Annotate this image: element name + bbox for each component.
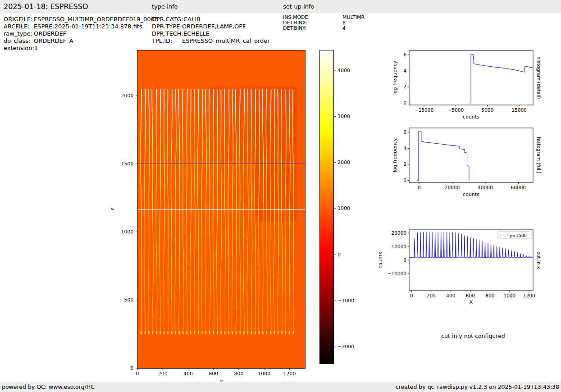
svg-text:0: 0 [410,293,413,298]
svg-text:1000: 1000 [503,293,515,298]
colorbar-gradient [319,50,334,364]
histogram-detail-plot: −15000−50005000150000246countslog freque… [374,45,547,126]
field-value: ESPRE.2025-01-19T11:23:34.878.fits [34,23,142,30]
svg-text:counts: counts [463,191,479,197]
field-value: 1 [34,45,38,51]
type-info-block: DPR.CATG:CALIB DPR.TYPE:ORDERDEF,LAMP,OF… [152,16,270,45]
field-label: do_class: [4,37,34,45]
footer-powered-by: powered by QC: www.eso.org/HC [2,382,95,392]
histogram-full-plot: 02000040000600000246countslog frequencyh… [374,123,547,204]
meta-row-dprcatg: DPR.CATG:CALIB [152,16,270,23]
svg-text:y=1500: y=1500 [510,233,527,238]
qc-report-page: 2025-01-18: ESPRESSO type info set-up in… [0,0,561,392]
field-value: ESPRESSO_multiMR_cal_order [182,37,270,44]
svg-text:600: 600 [209,371,218,377]
meta-row-dprtech: DPR.TECH:ECHELLE [152,30,270,37]
type-info-heading: type info [152,0,178,14]
svg-text:1000: 1000 [121,229,134,235]
svg-text:2000: 2000 [121,93,134,99]
raw-image-canvas [137,50,305,368]
svg-text:2: 2 [403,161,406,167]
meta-row-rawtype: raw_type:ORDERDEF [4,30,158,37]
svg-text:log frequency: log frequency [392,138,398,172]
svg-text:1500: 1500 [121,161,134,167]
cut-in-x-plot: 020040060080010001200−1000001000020000Xc… [374,224,547,310]
svg-text:1200: 1200 [523,293,535,298]
meta-row-doclass: do_class:ORDERDEF_A [4,37,158,45]
colorbar: 40003000200010000−1000−2000 [318,45,367,387]
svg-text:800: 800 [485,293,494,298]
svg-text:0: 0 [418,185,421,190]
field-label: extension: [4,45,34,52]
setup-info-heading: set-up info [283,0,315,14]
field-label: DET.BINY: [283,26,342,31]
svg-text:400: 400 [446,293,455,298]
svg-text:1000: 1000 [338,205,350,211]
page-title: 2025-01-18: ESPRESSO [4,0,88,14]
svg-text:−10000: −10000 [388,271,406,276]
svg-text:−5000: −5000 [448,107,464,113]
svg-text:counts: counts [378,252,383,269]
svg-text:histogram (detail): histogram (detail) [536,56,542,99]
footer-created-by: created by qc_rawdisp.py v1.2.3 on 2025-… [396,382,559,392]
field-value: CALIB [183,16,201,23]
svg-text:0: 0 [403,100,406,105]
field-label: DPR.TYPE: [152,23,182,30]
field-value: ORDERDEF_A [34,37,73,44]
svg-text:log frequency: log frequency [392,60,398,95]
svg-text:−2000: −2000 [338,344,354,350]
svg-text:4: 4 [403,146,406,151]
svg-text:−1000: −1000 [338,298,354,304]
setup-info-block: INS.MODE:MULTIMR DET.BINX:8 DET.BINY:4 [283,15,365,31]
field-label: DPR.TECH: [152,30,183,37]
svg-text:histogram (full): histogram (full) [536,137,542,173]
field-label: ARCFILE: [4,23,34,30]
footer-bar: powered by QC: www.eso.org/HC created by… [0,382,561,392]
svg-text:Y: Y [110,207,116,211]
svg-text:4: 4 [403,68,406,73]
meta-row-origfile: ORIGFILE:ESPRESSO_MULTIMR_ORDERDEF019_00… [4,16,158,23]
svg-text:2: 2 [403,84,406,89]
svg-text:X: X [470,299,473,305]
svg-text:15000: 15000 [511,107,526,113]
field-value: 4 [342,25,346,31]
svg-text:4000: 4000 [338,68,350,73]
svg-text:20000: 20000 [392,230,406,236]
svg-text:600: 600 [466,293,475,298]
svg-text:20000: 20000 [445,185,460,190]
svg-text:0: 0 [403,257,406,263]
svg-text:800: 800 [234,371,243,377]
field-label: raw_type: [4,30,34,37]
svg-text:1000: 1000 [258,371,270,377]
svg-text:6: 6 [403,129,406,135]
svg-text:3000: 3000 [338,114,350,119]
meta-row-tplid: TPL.ID:ESPRESSO_multiMR_cal_order [152,37,270,45]
meta-row-dprtype: DPR.TYPE:ORDERDEF,LAMP,OFF [152,23,270,30]
svg-text:counts: counts [463,114,479,120]
svg-text:0: 0 [131,365,134,371]
svg-text:2000: 2000 [338,160,350,165]
meta-row-detbiny: DET.BINY:4 [283,26,365,31]
field-value: ORDERDEF,LAMP,OFF [182,23,246,30]
svg-text:40000: 40000 [478,185,493,190]
field-value: ORDERDEF [34,30,66,37]
field-value: ECHELLE [183,30,210,37]
svg-text:6: 6 [403,52,406,57]
svg-text:5000: 5000 [481,107,493,113]
header-bar: 2025-01-18: ESPRESSO type info set-up in… [0,0,561,14]
svg-text:400: 400 [183,371,193,377]
field-label: TPL.ID: [152,37,182,45]
svg-text:0: 0 [338,252,341,258]
svg-text:500: 500 [124,297,134,303]
meta-row-arcfile: ARCFILE:ESPRE.2025-01-19T11:23:34.878.fi… [4,23,158,30]
cut-in-y-note: cut in y not configured [406,333,541,339]
svg-text:cut in x: cut in x [536,251,542,269]
svg-text:10000: 10000 [392,244,406,249]
field-value: MULTIMR [342,14,365,20]
svg-text:0: 0 [403,178,406,183]
svg-text:−15000: −15000 [415,107,433,113]
raw-image-plot: 0200400600800100012000500100015002000XY [104,45,311,387]
svg-text:1200: 1200 [283,371,296,377]
svg-text:200: 200 [427,293,436,298]
field-label: ORIGFILE: [4,16,34,23]
